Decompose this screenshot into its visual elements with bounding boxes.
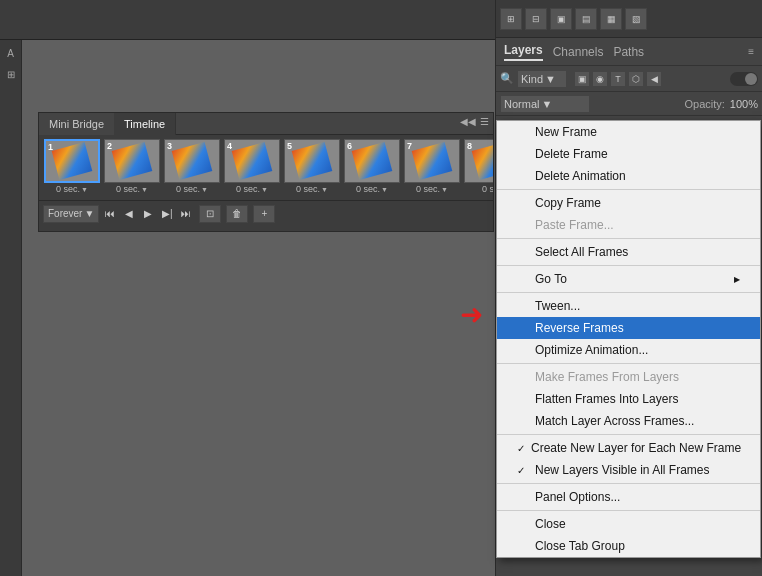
frame-item-5[interactable]: 5 0 sec. ▼ [283, 139, 341, 194]
menu-item-make-frames: Make Frames From Layers [497, 366, 760, 388]
timeline-prev-icon[interactable]: ◀◀ [460, 116, 476, 127]
menu-sep-1 [497, 189, 760, 190]
menu-item-match-layer[interactable]: Match Layer Across Frames... [497, 410, 760, 432]
rp-icon-4[interactable]: ▤ [575, 8, 597, 30]
blend-mode-select[interactable]: Normal ▼ [500, 95, 590, 113]
menu-item-reverse-frames[interactable]: Reverse Frames [497, 317, 760, 339]
frame-thumb-1[interactable]: 1 [44, 139, 100, 183]
menu-item-tween[interactable]: Tween... [497, 295, 760, 317]
layers-header: Layers Channels Paths ≡ [496, 38, 762, 66]
frame-item-4[interactable]: 4 0 sec. ▼ [223, 139, 281, 194]
filter-pixel-icon[interactable]: ▣ [574, 71, 590, 87]
rp-icon-1[interactable]: ⊞ [500, 8, 522, 30]
tab-mini-bridge[interactable]: Mini Bridge [39, 113, 114, 135]
frame-duration-8[interactable]: 0 s ▼ [482, 184, 493, 194]
filter-smart-icon[interactable]: ◀ [646, 71, 662, 87]
fast-fwd-btn[interactable]: ⏭ [178, 206, 194, 222]
frame-duration-3[interactable]: 0 sec. ▼ [176, 184, 208, 194]
menu-item-delete-frame[interactable]: Delete Frame [497, 143, 760, 165]
menu-item-new-frame[interactable]: New Frame [497, 121, 760, 143]
layers-tab[interactable]: Layers [504, 43, 543, 61]
frame-duration-6[interactable]: 0 sec. ▼ [356, 184, 388, 194]
menu-sep-5 [497, 363, 760, 364]
frame-duration-7[interactable]: 0 sec. ▼ [416, 184, 448, 194]
frame-thumb-4[interactable]: 4 [224, 139, 280, 183]
menu-sep-4 [497, 292, 760, 293]
frame-item-7[interactable]: 7 0 sec. ▼ [403, 139, 461, 194]
frame-thumb-5[interactable]: 5 [284, 139, 340, 183]
opacity-value[interactable]: 100% [730, 98, 758, 110]
timeline-panel: Mini Bridge Timeline ◀◀ ☰ 1 0 sec. ▼ 2 0… [38, 112, 494, 232]
frame-duration-4[interactable]: 0 sec. ▼ [236, 184, 268, 194]
frame-duration-5[interactable]: 0 sec. ▼ [296, 184, 328, 194]
menu-item-panel-options[interactable]: Panel Options... [497, 486, 760, 508]
frame-image-1 [52, 142, 93, 180]
rp-icon-3[interactable]: ▣ [550, 8, 572, 30]
tab-timeline[interactable]: Timeline [114, 113, 176, 135]
frame-item-1[interactable]: 1 0 sec. ▼ [43, 139, 101, 194]
filter-toggle[interactable] [730, 72, 758, 86]
timeline-bottom: Forever ▼ ⏮ ◀ ▶ ▶| ⏭ ⊡ 🗑 + [39, 200, 493, 226]
filter-toggle-dot [745, 73, 757, 85]
timeline-controls-right: ◀◀ ☰ [460, 116, 489, 127]
rp-icon-2[interactable]: ⊟ [525, 8, 547, 30]
menu-sep-6 [497, 434, 760, 435]
left-panel: A ⊞ [0, 40, 22, 576]
frame-thumb-8[interactable]: 8 [464, 139, 493, 183]
filter-shape-icon[interactable]: ⬡ [628, 71, 644, 87]
context-menu: New Frame Delete Frame Delete Animation … [496, 120, 761, 558]
frame-item-2[interactable]: 2 0 sec. ▼ [103, 139, 161, 194]
loop-select[interactable]: Forever ▼ [43, 205, 99, 223]
filter-type-icon[interactable]: T [610, 71, 626, 87]
frames-area: 1 0 sec. ▼ 2 0 sec. ▼ 3 0 s [39, 135, 493, 200]
layers-menu-icon[interactable]: ≡ [748, 46, 754, 57]
frame-item-8[interactable]: 8 0 s ▼ [463, 139, 493, 194]
left-panel-icon-1[interactable]: A [2, 44, 20, 62]
filter-icons: ▣ ◉ T ⬡ ◀ [574, 71, 662, 87]
frame-duration-2[interactable]: 0 sec. ▼ [116, 184, 148, 194]
step-back-btn[interactable]: ◀ [121, 206, 137, 222]
rp-icon-5[interactable]: ▦ [600, 8, 622, 30]
frame-thumb-7[interactable]: 7 [404, 139, 460, 183]
menu-item-select-all-frames[interactable]: Select All Frames [497, 241, 760, 263]
frame-image-4 [232, 142, 273, 180]
filter-adjust-icon[interactable]: ◉ [592, 71, 608, 87]
tween-btn[interactable]: ⊡ [199, 205, 221, 223]
delete-frame-btn[interactable]: 🗑 [226, 205, 248, 223]
channels-tab[interactable]: Channels [553, 45, 604, 59]
frame-item-3[interactable]: 3 0 sec. ▼ [163, 139, 221, 194]
menu-sep-7 [497, 483, 760, 484]
paths-tab[interactable]: Paths [613, 45, 644, 59]
rp-icon-6[interactable]: ▧ [625, 8, 647, 30]
timeline-menu-icon[interactable]: ☰ [480, 116, 489, 127]
menu-item-close-tab-group[interactable]: Close Tab Group [497, 535, 760, 557]
new-frame-btn[interactable]: + [253, 205, 275, 223]
left-panel-icon-2[interactable]: ⊞ [2, 65, 20, 83]
menu-sep-8 [497, 510, 760, 511]
frame-image-6 [352, 142, 393, 180]
menu-item-create-new-layer[interactable]: ✓ Create New Layer for Each New Frame [497, 437, 760, 459]
frame-thumb-2[interactable]: 2 [104, 139, 160, 183]
opacity-label: Opacity: [685, 98, 725, 110]
menu-item-paste-frame: Paste Frame... [497, 214, 760, 236]
kind-select[interactable]: Kind ▼ [517, 70, 567, 88]
rewind-btn[interactable]: ⏮ [102, 206, 118, 222]
menu-sep-2 [497, 238, 760, 239]
menu-item-new-layers-visible[interactable]: ✓ New Layers Visible in All Frames [497, 459, 760, 481]
frame-thumb-3[interactable]: 3 [164, 139, 220, 183]
play-btn[interactable]: ▶ [140, 206, 156, 222]
menu-item-close[interactable]: Close [497, 513, 760, 535]
frame-image-3 [172, 142, 213, 180]
menu-item-delete-animation[interactable]: Delete Animation [497, 165, 760, 187]
frame-duration-1[interactable]: 0 sec. ▼ [56, 184, 88, 194]
menu-item-go-to[interactable]: Go To [497, 268, 760, 290]
frame-image-5 [292, 142, 333, 180]
frame-item-6[interactable]: 6 0 sec. ▼ [343, 139, 401, 194]
step-fwd-btn[interactable]: ▶| [159, 206, 175, 222]
menu-item-copy-frame[interactable]: Copy Frame [497, 192, 760, 214]
menu-item-optimize-animation[interactable]: Optimize Animation... [497, 339, 760, 361]
frame-thumb-6[interactable]: 6 [344, 139, 400, 183]
blend-row: Normal ▼ Opacity: 100% [496, 92, 762, 116]
layers-kind-row: 🔍 Kind ▼ ▣ ◉ T ⬡ ◀ [496, 66, 762, 92]
menu-item-flatten-frames[interactable]: Flatten Frames Into Layers [497, 388, 760, 410]
